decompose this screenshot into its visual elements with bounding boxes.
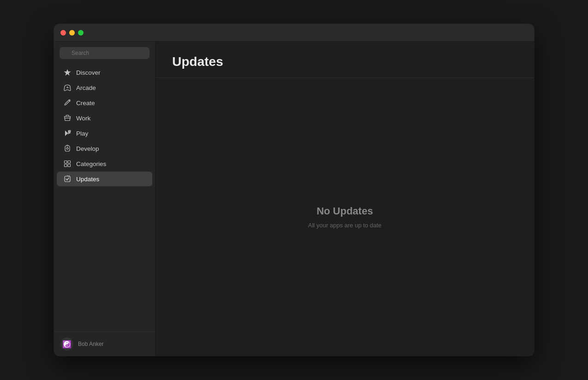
- traffic-lights: [60, 30, 84, 36]
- svg-marker-2: [64, 69, 71, 76]
- page-title: Updates: [172, 54, 517, 69]
- search-wrapper: [60, 47, 150, 59]
- create-icon: [63, 99, 72, 107]
- content-area: Discover Arcade: [54, 42, 534, 356]
- develop-icon: [63, 144, 72, 153]
- minimize-button[interactable]: [69, 30, 75, 36]
- sidebar-item-updates[interactable]: Updates: [57, 172, 152, 186]
- star-icon: [63, 68, 72, 77]
- updates-icon: [63, 175, 72, 183]
- svg-rect-15: [68, 164, 71, 167]
- sidebar-item-discover-label: Discover: [76, 69, 101, 76]
- sidebar-item-arcade-label: Arcade: [76, 84, 96, 91]
- avatar: ☯️: [60, 338, 73, 350]
- sidebar-item-discover[interactable]: Discover: [57, 65, 152, 80]
- app-window: Discover Arcade: [54, 24, 534, 356]
- sidebar-item-create[interactable]: Create: [57, 95, 152, 110]
- sidebar-item-arcade[interactable]: Arcade: [57, 80, 152, 95]
- title-bar: [54, 24, 534, 42]
- play-icon: [63, 129, 72, 137]
- svg-rect-12: [65, 161, 67, 164]
- sidebar: Discover Arcade: [54, 42, 156, 356]
- nav-items: Discover Arcade: [54, 63, 155, 332]
- svg-point-10: [66, 148, 68, 149]
- no-updates-subtitle: All your apps are up to date: [308, 222, 382, 229]
- sidebar-footer[interactable]: ☯️ Bob Anker: [54, 332, 155, 356]
- main-body: No Updates All your apps are up to date: [156, 78, 534, 356]
- sidebar-item-play-label: Play: [76, 130, 88, 137]
- no-updates-title: No Updates: [317, 205, 373, 217]
- close-button[interactable]: [60, 30, 66, 36]
- sidebar-item-develop-label: Develop: [76, 145, 99, 152]
- main-header: Updates: [156, 42, 534, 78]
- main-content: Updates No Updates All your apps are up …: [156, 42, 534, 356]
- svg-point-5: [69, 88, 69, 88]
- sidebar-item-updates-label: Updates: [76, 176, 99, 183]
- search-container: [54, 42, 155, 63]
- sidebar-item-work[interactable]: Work: [57, 111, 152, 125]
- svg-rect-13: [68, 161, 71, 164]
- sidebar-item-develop[interactable]: Develop: [57, 141, 152, 156]
- sidebar-item-work-label: Work: [76, 115, 90, 122]
- work-icon: [63, 114, 72, 122]
- categories-icon: [63, 160, 72, 168]
- user-name: Bob Anker: [78, 341, 103, 347]
- sidebar-item-play[interactable]: Play: [57, 126, 152, 141]
- svg-rect-14: [65, 164, 67, 167]
- search-input[interactable]: [60, 47, 150, 59]
- maximize-button[interactable]: [78, 30, 84, 36]
- sidebar-item-categories[interactable]: Categories: [57, 156, 152, 171]
- svg-rect-16: [65, 176, 70, 182]
- sidebar-item-categories-label: Categories: [76, 160, 106, 167]
- arcade-icon: [63, 83, 72, 92]
- sidebar-item-create-label: Create: [76, 100, 95, 107]
